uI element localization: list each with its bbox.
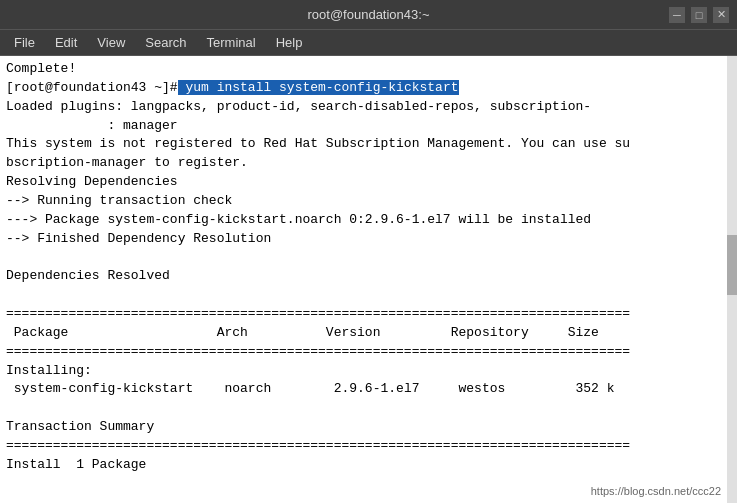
menu-terminal[interactable]: Terminal xyxy=(197,33,266,52)
menu-search[interactable]: Search xyxy=(135,33,196,52)
menu-edit[interactable]: Edit xyxy=(45,33,87,52)
menu-help[interactable]: Help xyxy=(266,33,313,52)
watermark: https://blog.csdn.net/ccc22 xyxy=(591,485,721,497)
menu-file[interactable]: File xyxy=(4,33,45,52)
menubar: File Edit View Search Terminal Help xyxy=(0,30,737,56)
scrollbar[interactable] xyxy=(727,56,737,503)
titlebar: root@foundation43:~ ─ □ ✕ xyxy=(0,0,737,30)
terminal-area[interactable]: Complete! [root@foundation43 ~]# yum ins… xyxy=(0,56,737,503)
titlebar-title: root@foundation43:~ xyxy=(68,7,669,22)
titlebar-controls: ─ □ ✕ xyxy=(669,7,729,23)
terminal-line-complete: Complete! xyxy=(6,61,76,76)
maximize-button[interactable]: □ xyxy=(691,7,707,23)
scrollbar-thumb[interactable] xyxy=(727,235,737,295)
terminal-command: yum install system-config-kickstart xyxy=(178,80,459,95)
close-button[interactable]: ✕ xyxy=(713,7,729,23)
terminal-line-1: Loaded plugins: langpacks, product-id, s… xyxy=(6,99,630,472)
terminal-output: Complete! [root@foundation43 ~]# yum ins… xyxy=(6,60,731,475)
menu-view[interactable]: View xyxy=(87,33,135,52)
terminal-prompt: [root@foundation43 ~]# xyxy=(6,80,178,95)
minimize-button[interactable]: ─ xyxy=(669,7,685,23)
